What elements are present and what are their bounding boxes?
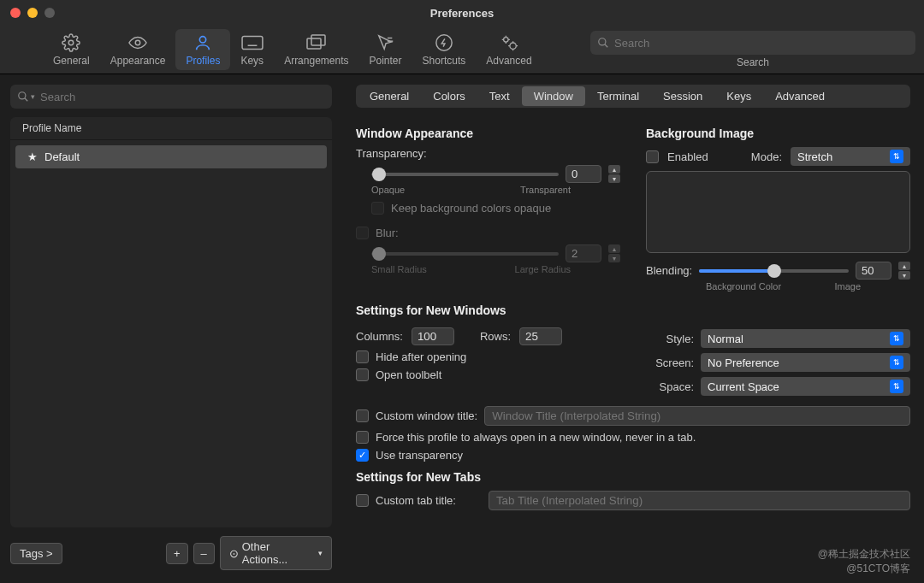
close-button[interactable] [10,8,21,18]
chevron-down-icon[interactable]: ▾ [31,92,35,101]
svg-rect-9 [307,38,321,49]
stepper-up-icon: ▴ [608,244,620,253]
profile-search[interactable]: ▾ [10,85,332,109]
ptab-text[interactable]: Text [477,86,522,106]
ptab-session[interactable]: Session [651,86,714,106]
custom-window-title-input[interactable] [484,406,910,426]
watermark-line1: @稀土掘金技术社区 [818,547,910,562]
profile-name: Default [44,150,80,163]
screen-value: No Preference [708,356,779,369]
ptab-general[interactable]: General [358,86,421,106]
blending-slider[interactable] [699,269,849,273]
tab-advanced[interactable]: Advanced [476,29,542,70]
toolbar-search-input[interactable] [614,37,909,50]
blending-stepper[interactable]: ▴▾ [898,262,910,280]
custom-tab-title-checkbox[interactable]: Custom tab title: [356,491,910,510]
stepper-up-icon[interactable]: ▴ [898,262,910,270]
window-title: Preferences [430,7,494,20]
tab-arrangements[interactable]: Arrangements [274,29,358,70]
minimize-button[interactable] [27,8,38,18]
transparency-value[interactable]: 0 [566,165,601,183]
stepper-up-icon[interactable]: ▴ [608,165,620,174]
ptab-colors[interactable]: Colors [421,86,477,106]
style-select[interactable]: Normal⇅ [701,329,910,348]
force-new-window-checkbox[interactable]: Force this profile to always open in a n… [356,431,910,444]
add-profile-button[interactable]: + [166,543,188,564]
columns-input[interactable] [412,327,454,345]
space-select[interactable]: Current Space⇅ [701,377,910,396]
remove-profile-button[interactable]: – [193,543,215,564]
profile-list: Profile Name ★ Default [10,117,332,527]
bg-mode-select[interactable]: Stretch ⇅ [791,147,910,166]
space-label: Space: [646,380,694,393]
updown-icon: ⇅ [890,380,903,393]
style-label: Style: [646,333,694,345]
blending-value[interactable]: 50 [856,262,891,280]
tab-keys[interactable]: Keys [230,29,274,70]
bg-mode-label: Mode: [751,150,782,163]
toolbar-search-wrap: Search [590,31,915,68]
tags-button[interactable]: Tags > [10,543,62,564]
star-icon: ★ [27,150,38,163]
tab-pointer[interactable]: Pointer [359,29,412,70]
blur-checkbox: Blur: [356,227,620,239]
ptab-terminal[interactable]: Terminal [585,86,651,106]
hide-after-checkbox[interactable]: Hide after opening [356,350,620,363]
watermark-line2: @51CTO博客 [818,562,910,576]
svg-point-16 [599,38,606,45]
toolbar-label: Appearance [110,55,166,67]
watermark: @稀土掘金技术社区 @51CTO博客 [818,547,910,576]
svg-point-14 [504,38,509,43]
hide-after-label: Hide after opening [376,350,466,363]
bg-image-well[interactable] [646,171,910,253]
tab-general[interactable]: General [43,29,100,70]
blur-max: Large Radius [515,264,571,274]
ptab-keys[interactable]: Keys [714,86,763,106]
bolt-icon [435,32,453,53]
profile-search-input[interactable] [40,91,325,103]
open-toolbelt-checkbox[interactable]: Open toolbelt [356,368,620,381]
toolbar-label: Arrangements [284,55,348,67]
stepper-down-icon[interactable]: ▾ [608,174,620,183]
ellipsis-icon: ⊙ [229,547,239,560]
toolbar-label: Profiles [186,55,220,67]
search-icon [17,91,29,103]
custom-window-title-checkbox[interactable]: Custom window title: [356,406,910,426]
section-new-tabs: Settings for New Tabs [356,470,910,484]
stepper-down-icon[interactable]: ▾ [898,271,910,280]
settings-panel: General Colors Text Window Terminal Sess… [342,74,924,580]
tab-shortcuts[interactable]: Shortcuts [412,29,477,70]
tab-appearance[interactable]: Appearance [100,29,176,70]
zoom-button[interactable] [44,8,55,18]
traffic-lights [10,8,55,18]
checkbox-icon [356,368,369,381]
checkbox-icon [356,409,369,422]
transparency-stepper[interactable]: ▴▾ [608,165,620,183]
updown-icon: ⇅ [890,150,903,163]
toolbar-search[interactable] [590,31,915,55]
ptab-advanced[interactable]: Advanced [763,86,837,106]
toolbar-label: General [53,55,90,67]
rows-input[interactable] [519,327,562,345]
checkbox-icon [356,350,369,363]
profile-row-default[interactable]: ★ Default [15,145,327,168]
style-value: Normal [708,333,743,345]
use-transparency-checkbox[interactable]: Use transparency [356,449,910,462]
checkbox-icon [356,494,369,507]
other-actions-button[interactable]: ⊙ Other Actions... ▾ [220,536,332,570]
toolbar-label: Pointer [370,55,402,67]
blending-min: Background Color [706,281,781,292]
ptab-window[interactable]: Window [522,86,585,106]
transparency-slider[interactable] [371,173,559,176]
custom-tab-title-input[interactable] [489,491,910,510]
search-icon [597,37,609,49]
custom-window-title-label: Custom window title: [376,409,477,422]
chevron-down-icon: ▾ [318,549,323,557]
bg-enabled-checkbox[interactable] [646,150,659,163]
section-new-windows: Settings for New Windows [356,303,910,317]
tab-profiles[interactable]: Profiles [175,29,230,70]
screen-select[interactable]: No Preference⇅ [701,353,910,372]
section-window-appearance: Window Appearance [356,127,620,140]
transparency-label: Transparency: [356,147,620,160]
updown-icon: ⇅ [890,356,903,369]
